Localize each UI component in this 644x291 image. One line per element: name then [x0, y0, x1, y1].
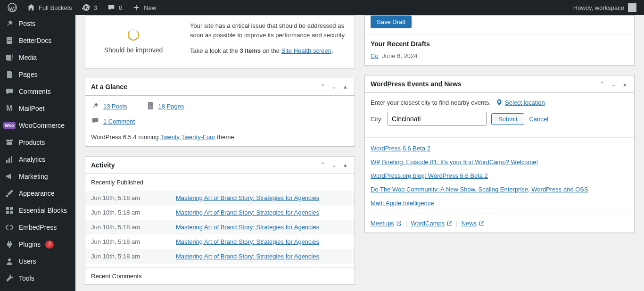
- activity-link[interactable]: Mastering Art of Brand Story: Strategies…: [176, 253, 319, 260]
- chevron-up-icon[interactable]: ⌃: [598, 80, 606, 88]
- save-draft-button[interactable]: Save Draft: [371, 16, 412, 28]
- site-health-link[interactable]: Site Health screen: [281, 47, 331, 54]
- comments-bar[interactable]: 0: [103, 0, 126, 15]
- draft-date: June 6, 2024: [382, 52, 417, 59]
- wrench-icon: [5, 274, 14, 283]
- chevron-down-icon[interactable]: ⌄: [610, 80, 617, 88]
- recent-published-header: Recently Published: [85, 174, 355, 191]
- sidebar-item-label: Users: [19, 258, 36, 265]
- sidebar-item-marketing[interactable]: Marketing: [0, 168, 75, 185]
- account-menu[interactable]: Howdy, workspace: [573, 3, 640, 12]
- sidebar-item-appearance[interactable]: Appearance: [0, 185, 75, 202]
- events-title: WordPress Events and News: [371, 80, 462, 88]
- activity-row: Jun 10th, 5:18 amMastering Art of Brand …: [85, 191, 355, 205]
- sidebar-item-woocommerce[interactable]: WooWooCommerce: [0, 117, 75, 134]
- svg-rect-4: [6, 160, 8, 163]
- svg-rect-5: [8, 158, 10, 163]
- comment-icon: [107, 3, 116, 12]
- sidebar-item-products[interactable]: Products: [0, 134, 75, 151]
- update-badge: 2: [45, 241, 54, 249]
- sidebar-item-embedpress[interactable]: EmbedPress: [0, 219, 75, 236]
- sidebar-item-label: Marketing: [19, 173, 48, 180]
- glance-card: At a Glance ⌃ ⌄ ▴ 13 Posts: [85, 78, 355, 147]
- city-input[interactable]: [388, 112, 487, 126]
- meetups-link[interactable]: Meetups: [371, 220, 402, 227]
- chevron-up-icon[interactable]: ⌃: [319, 83, 326, 91]
- sidebar-item-posts[interactable]: Posts: [0, 15, 75, 32]
- news-item-link[interactable]: WP Briefing: Episode 81: It's your first…: [371, 158, 538, 166]
- news-item-link[interactable]: WordPress 6.6 Beta 2: [371, 145, 430, 152]
- comments-count: 0: [119, 4, 122, 11]
- wordcamps-link[interactable]: WordCamps: [411, 220, 452, 227]
- collapse-icon[interactable]: ▴: [341, 83, 349, 91]
- howdy-text: Howdy, workspace: [573, 4, 624, 11]
- sidebar-item-tools[interactable]: Tools: [0, 270, 75, 287]
- activity-link[interactable]: Mastering Art of Brand Story: Strategies…: [176, 194, 319, 201]
- collapse-icon[interactable]: ▴: [341, 161, 349, 169]
- activity-link[interactable]: Mastering Art of Brand Story: Strategies…: [176, 209, 319, 216]
- sidebar-item-label: Appearance: [19, 190, 55, 197]
- sidebar-item-label: Essential Blocks: [19, 207, 67, 214]
- sidebar-item-comments[interactable]: Comments: [0, 83, 75, 100]
- sidebar-item-mailpoet[interactable]: MMailPoet: [0, 100, 75, 117]
- updates[interactable]: 3: [78, 0, 101, 15]
- glance-posts[interactable]: 13 Posts: [91, 101, 127, 112]
- theme-link[interactable]: Twenty Twenty-Four: [160, 133, 215, 141]
- comment-icon: [91, 116, 99, 127]
- external-icon: [446, 221, 452, 226]
- submit-button[interactable]: Submit: [491, 113, 524, 125]
- chevron-down-icon[interactable]: ⌄: [330, 83, 338, 91]
- sidebar-item-media[interactable]: Media: [0, 49, 75, 66]
- sidebar-item-label: WooCommerce: [19, 122, 65, 129]
- activity-row: Jun 10th, 5:18 amMastering Art of Brand …: [85, 220, 355, 234]
- svg-point-11: [8, 258, 11, 261]
- new-content[interactable]: New: [128, 0, 160, 15]
- brush-icon: [5, 189, 14, 198]
- cancel-link[interactable]: Cancel: [529, 116, 548, 123]
- glance-title: At a Glance: [91, 83, 127, 91]
- location-icon: [495, 99, 503, 106]
- activity-link[interactable]: Mastering Art of Brand Story: Strategies…: [176, 224, 319, 231]
- activity-date: Jun 10th, 5:18 am: [91, 253, 176, 260]
- sidebar-item-pages[interactable]: Pages: [0, 66, 75, 83]
- news-item-link[interactable]: Do The Woo Community: A New Show. Scalin…: [371, 186, 588, 193]
- select-location-link[interactable]: Select location: [495, 99, 545, 106]
- docs-icon: [5, 36, 14, 45]
- sidebar-item-settings[interactable]: Settings: [0, 287, 75, 291]
- glance-footer: WordPress 6.5.4 running Twenty Twenty-Fo…: [91, 133, 349, 141]
- sidebar-item-label: EmbedPress: [19, 224, 57, 231]
- sidebar-item-label: Posts: [19, 20, 35, 27]
- svg-rect-2: [8, 39, 11, 39]
- glance-pages[interactable]: 18 Pages: [146, 101, 184, 112]
- external-icon: [479, 221, 484, 226]
- quick-draft-card: Save Draft Your Recent Drafts Co June 6,…: [364, 15, 635, 66]
- embed-icon: [5, 223, 14, 232]
- sidebar-item-label: Products: [19, 139, 45, 146]
- news-item-link[interactable]: WordPress.org blog: WordPress 6.6 Beta 2: [371, 172, 488, 179]
- blocks-icon: [5, 206, 14, 215]
- sidebar-item-users[interactable]: Users: [0, 253, 75, 270]
- health-circle-icon: [128, 29, 139, 41]
- events-intro-text: Enter your closest city to find nearby e…: [371, 99, 491, 106]
- chevron-down-icon[interactable]: ⌄: [330, 161, 338, 169]
- sidebar-item-betterdocs[interactable]: BetterDocs: [0, 32, 75, 49]
- sidebar-item-essential-blocks[interactable]: Essential Blocks: [0, 202, 75, 219]
- activity-link[interactable]: Mastering Art of Brand Story: Strategies…: [176, 238, 319, 245]
- chevron-up-icon[interactable]: ⌃: [319, 161, 326, 169]
- collapse-icon[interactable]: ▴: [621, 80, 628, 88]
- svg-rect-9: [6, 211, 9, 214]
- sidebar-item-analytics[interactable]: Analytics: [0, 151, 75, 168]
- news-item-link[interactable]: Matt: Apple Intelligence: [371, 200, 434, 207]
- activity-date: Jun 10th, 5:18 am: [91, 238, 176, 245]
- activity-row: Jun 10th, 5:18 amMastering Art of Brand …: [85, 205, 355, 220]
- comment-icon: [5, 87, 14, 96]
- site-name[interactable]: Full Buckets: [23, 0, 76, 15]
- news-link[interactable]: News: [462, 220, 485, 227]
- glance-comments[interactable]: 1 Comment: [91, 116, 349, 127]
- sidebar-item-plugins[interactable]: Plugins2: [0, 236, 75, 253]
- draft-link[interactable]: Co: [371, 52, 379, 59]
- sidebar-item-label: BetterDocs: [19, 37, 51, 44]
- svg-rect-7: [6, 207, 9, 210]
- city-label: City:: [371, 116, 383, 123]
- wp-logo[interactable]: [4, 0, 21, 15]
